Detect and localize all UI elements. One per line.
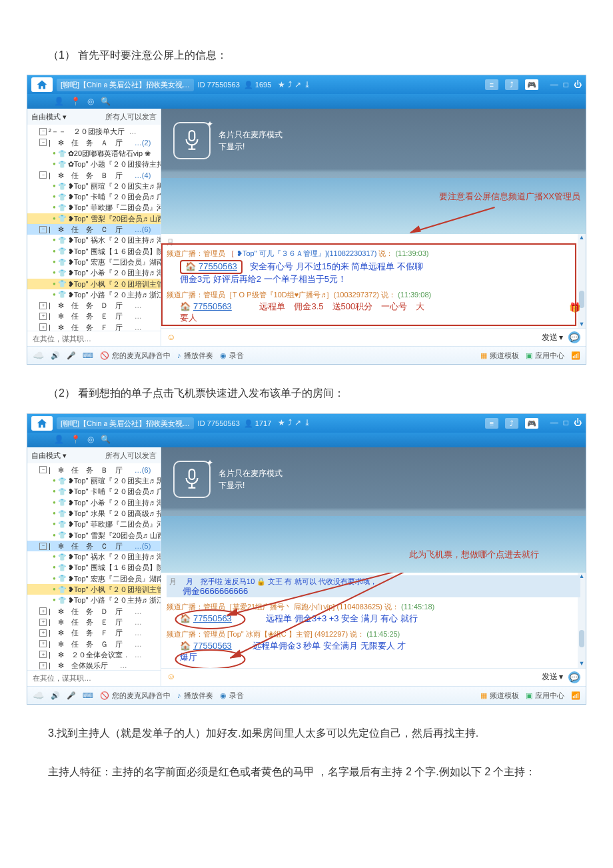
tree-node[interactable]: ●👕❥Top" 小枫『２０团培训主管♬: [27, 584, 161, 595]
expand-toggle-icon[interactable]: ＋: [39, 640, 47, 647]
template-icon[interactable]: ▦: [480, 691, 487, 700]
maximize-button[interactable]: □: [564, 80, 568, 91]
ticket-link-4[interactable]: 🏠 77550563: [180, 641, 232, 652]
gamepad-icon[interactable]: 🎮: [525, 418, 538, 429]
tree-node[interactable]: ●👕❥Top" 菲欧娜『二团会员』河北: [27, 519, 161, 529]
list-icon[interactable]: ≡: [485, 418, 498, 429]
tree-node[interactable]: ●👕❥Top" 祸水『２０团主持♬ 湖: [27, 235, 161, 245]
tree-node[interactable]: ＋| ✼ 全体娱乐厅 …: [27, 660, 161, 670]
expand-toggle-icon[interactable]: ＋: [39, 651, 47, 658]
expand-toggle-icon[interactable]: ＋: [39, 313, 47, 320]
tree-node[interactable]: －| ✼ 任 务 Ａ 厅 …(2): [27, 137, 161, 148]
tree-node[interactable]: ●👕❥Top" 卡哺『２０团会员♬ 广东: [27, 191, 161, 202]
minimize-button[interactable]: —: [550, 418, 558, 429]
close-button[interactable]: ⏻: [574, 80, 582, 91]
tree-node[interactable]: ●👕❥Top" 祸水『２０团主持♬ 湖: [27, 551, 161, 562]
mic-mute-icon[interactable]: 🎤: [67, 351, 76, 360]
speaker-icon[interactable]: 🔊: [51, 351, 60, 360]
channel-tree[interactable]: －²－－ ２０团接单大厅…－| ✼ 任 务 Ａ 厅 …(2)●👕✿20团嘟嘟英语…: [27, 125, 161, 331]
expand-toggle-icon[interactable]: －: [39, 466, 47, 473]
expand-toggle-icon[interactable]: －: [39, 226, 47, 233]
expand-toggle-icon[interactable]: ＋: [39, 607, 47, 615]
tree-node[interactable]: ＋| ✼ ２０全体会议室．…: [27, 649, 161, 660]
speaker-icon[interactable]: 🔊: [51, 691, 60, 700]
expand-toggle-icon[interactable]: －: [39, 139, 47, 146]
home-icon[interactable]: [31, 77, 53, 92]
tree-node[interactable]: ●👕❥Top" 小希『２０团主持♬ 湖南: [27, 267, 161, 278]
gamepad-icon[interactable]: 🎮: [525, 79, 538, 90]
favorite-icons[interactable]: ★⤴↗⤓: [278, 418, 310, 429]
tree-node[interactable]: ＋| ✼ 任 务 Ｆ 厅 …: [27, 627, 161, 638]
send-button[interactable]: 发送 ▾: [542, 333, 563, 343]
tree-node[interactable]: ●👕❥Top" 雪梨『20团会员♬ 山西省: [27, 213, 161, 224]
tree-node[interactable]: ●👕❥Top" 菲欧娜『二团会员』河北: [27, 202, 161, 213]
tree-node[interactable]: ●👕❥Top" 丽瑄『２０团实主♬ 黑龙: [27, 181, 161, 191]
mode-select[interactable]: 自由模式 ▾: [31, 451, 67, 460]
expand-toggle-icon[interactable]: ＋: [39, 302, 47, 309]
emoji-icon[interactable]: ☺: [167, 332, 175, 343]
minimize-button[interactable]: —: [550, 80, 558, 91]
mode-select[interactable]: 自由模式 ▾: [31, 112, 67, 121]
maximize-button[interactable]: □: [564, 418, 568, 429]
list-icon[interactable]: ≡: [485, 79, 498, 90]
send-button[interactable]: 发送 ▾: [542, 672, 563, 683]
expand-toggle-icon[interactable]: ＋: [39, 629, 47, 637]
tree-node[interactable]: ＋| ✼ 任 务 Ｇ 厅 …: [27, 639, 161, 649]
record-icon[interactable]: ◉: [220, 691, 227, 700]
template-icon[interactable]: ▦: [480, 351, 487, 360]
expand-toggle-icon[interactable]: －: [39, 171, 47, 179]
tree-node[interactable]: ●👕✿Top" 小题『２０团接待主持♬ 支: [27, 159, 161, 169]
chat-bubble-icon[interactable]: 💬: [568, 671, 580, 683]
target-icon[interactable]: ◎: [87, 97, 94, 107]
tree-node[interactable]: ●👕❥Top" 雪梨『20团会员♬ 山西省: [27, 530, 161, 541]
pin-icon[interactable]: 📍: [71, 435, 81, 445]
tree-node[interactable]: ●👕❥Top" 小路『２０主持♬ 浙江 ‖: [27, 289, 161, 300]
ticket-link-3[interactable]: 🏠 77550563: [180, 613, 232, 625]
title-tab[interactable]: [聊吧]【Chinａ美眉公社】招收美女视…: [57, 79, 194, 91]
tree-node[interactable]: ●👕❥Top" 围城【１６团会员】陕❤: [27, 562, 161, 573]
close-button[interactable]: ⏻: [574, 418, 582, 429]
search-icon[interactable]: 🔍: [101, 435, 111, 445]
tree-node[interactable]: －| ✼ 任 务 Ｃ 厅 …(6): [27, 224, 161, 235]
expand-toggle-icon[interactable]: ＋: [39, 323, 47, 331]
share-up-icon[interactable]: ⤴: [505, 418, 518, 429]
expand-toggle-icon[interactable]: －: [39, 543, 47, 550]
person-icon[interactable]: 👤: [54, 435, 64, 445]
expand-toggle-icon[interactable]: ＋: [39, 619, 47, 626]
tree-node[interactable]: ●👕❥Top" 小希『２０团主持♬ 湖南: [27, 497, 161, 508]
tree-node[interactable]: ●👕✿20团嘟嘟英语钻石vip ❀: [27, 148, 161, 159]
tree-node[interactable]: ●👕❥Top" 围城【１６团会员】陕❤: [27, 246, 161, 257]
tree-node[interactable]: ●👕❥Top" 小枫『２０团培训主管♬: [27, 279, 161, 289]
share-up-icon[interactable]: ⤴: [505, 79, 518, 90]
tree-node[interactable]: ＋| ✼ 任 务 Ｄ 厅 …: [27, 606, 161, 617]
channel-tree[interactable]: －| ✼ 任 务 Ｂ 厅 …(6)●👕❥Top" 丽瑄『２０团实主♬ 黑龙●👕❥…: [27, 463, 161, 671]
ticket-link-2[interactable]: 🏠 77550563: [180, 301, 232, 313]
tree-node[interactable]: ＋| ✼ 任 务 Ｄ 厅 …: [27, 300, 161, 311]
tree-node[interactable]: ●👕❥Top" 宏惠『二团会员』湖南6: [27, 257, 161, 267]
mic-mute-icon[interactable]: 🎤: [67, 691, 76, 700]
search-icon[interactable]: 🔍: [101, 97, 111, 107]
tree-node[interactable]: ＋| ✼ 任 务 Ｅ 厅 …: [27, 617, 161, 627]
tree-node[interactable]: ●👕❥Top" 宏惠『二团会员』湖南6: [27, 573, 161, 584]
keyboard-icon[interactable]: ⌨: [83, 691, 93, 700]
title-tab[interactable]: [聊吧]【Chinａ美眉公社】招收美女视…: [57, 417, 194, 429]
tree-node[interactable]: －| ✼ 任 务 Ｂ 厅 …(4): [27, 170, 161, 181]
target-icon[interactable]: ◎: [87, 435, 94, 445]
record-icon[interactable]: ◉: [220, 351, 227, 360]
ticket-link-1[interactable]: 🏠 77550563: [180, 260, 243, 274]
favorite-icons[interactable]: ★⤴↗⤓: [278, 80, 310, 91]
tree-node[interactable]: ●👕❥Top" 卡哺『２０团会员♬ 广东: [27, 486, 161, 497]
music-icon[interactable]: ♪: [177, 691, 181, 700]
home-icon[interactable]: [31, 416, 53, 431]
keyboard-icon[interactable]: ⌨: [83, 351, 93, 360]
apps-icon[interactable]: ▣: [526, 691, 532, 700]
tree-node[interactable]: －| ✼ 任 务 Ｂ 厅 …(6): [27, 465, 161, 475]
expand-toggle-icon[interactable]: ＋: [39, 662, 47, 669]
tree-node[interactable]: ●👕❥Top" 丽瑄『２０团实主♬ 黑龙: [27, 475, 161, 486]
emoji-icon[interactable]: ☺: [167, 671, 175, 683]
music-icon[interactable]: ♪: [177, 351, 181, 360]
chat-bubble-icon[interactable]: 💬: [568, 331, 580, 343]
pin-icon[interactable]: 📍: [71, 97, 81, 107]
tree-node[interactable]: －²－－ ２０团接单大厅…: [27, 126, 161, 137]
tree-node[interactable]: －| ✼ 任 务 Ｃ 厅 …(5): [27, 541, 161, 551]
